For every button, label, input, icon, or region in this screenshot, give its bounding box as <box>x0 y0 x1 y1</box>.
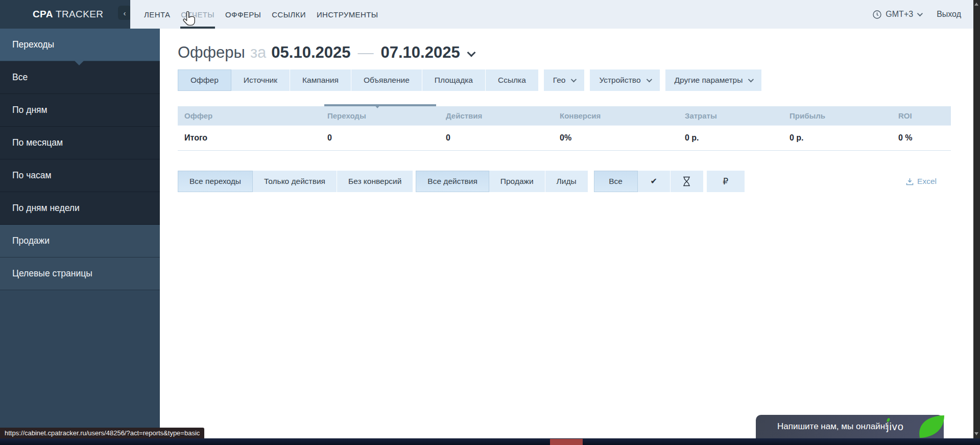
col-header-pribyl[interactable]: Прибыль <box>783 111 892 120</box>
currency-ruble-button[interactable]: ₽ <box>707 171 745 192</box>
chevron-down-icon <box>646 77 652 82</box>
nav-tab-label: ИНСТРУМЕНТЫ <box>317 10 378 19</box>
vertical-scrollbar[interactable] <box>973 0 980 438</box>
sidebar-item-label: Переходы <box>12 39 54 50</box>
dim-tab-ssylka[interactable]: Ссылка <box>486 69 538 91</box>
filter-bez-konversiy[interactable]: Без конверсий <box>337 171 413 192</box>
date-range-chevron-icon[interactable] <box>467 49 475 57</box>
sidebar-item-label: Продажи <box>12 236 50 246</box>
total-costs: 0 р. <box>678 133 783 143</box>
total-profit: 0 р. <box>783 133 892 143</box>
nav-tab-label: ОТЧЕТЫ <box>181 10 214 19</box>
sidebar-item-perehody[interactable]: Переходы <box>0 29 160 61</box>
total-transitions: 0 <box>321 133 439 143</box>
filter-pending-button[interactable] <box>671 171 703 192</box>
actions-filter-group: Все действия Продажи Лиды <box>416 171 587 192</box>
sort-arrow-icon <box>374 104 381 112</box>
date-from[interactable]: 05.10.2025 <box>271 43 350 62</box>
sidebar-item-po-chasam[interactable]: По часам <box>0 159 160 192</box>
sidebar-item-po-dnyam-nedeli[interactable]: По дням недели <box>0 192 160 225</box>
filter-prodazhi[interactable]: Продажи <box>489 171 545 192</box>
col-header-konversiya[interactable]: Конверсия <box>553 111 678 120</box>
top-navigation: ЛЕНТА ОТЧЕТЫ ОФФЕРЫ ССЫЛКИ ИНСТРУМЕНТЫ G… <box>130 0 973 29</box>
other-params-dropdown[interactable]: Другие параметры <box>665 69 762 91</box>
nav-tab-ssylki[interactable]: ССЫЛКИ <box>272 0 306 29</box>
table-row-total: Итого 0 0 0% 0 р. 0 р. 0 % <box>178 125 951 151</box>
filter-status-vse[interactable]: Все <box>594 171 638 192</box>
jivo-brand-text: jivo <box>887 421 904 432</box>
dimension-tabs: Оффер Источник Кампания Объявление Площа… <box>178 69 538 91</box>
nav-tab-instrumenty[interactable]: ИНСТРУМЕНТЫ <box>317 0 378 29</box>
sidebar-collapse-button[interactable]: ‹ <box>118 6 131 20</box>
excel-export-link[interactable]: Excel <box>906 177 937 186</box>
excel-label: Excel <box>917 177 937 186</box>
col-header-roi[interactable]: ROI <box>892 111 951 120</box>
device-dropdown[interactable]: Устройство <box>590 69 659 91</box>
clock-icon <box>873 10 881 19</box>
taskbar-red-segment <box>550 439 583 445</box>
bottom-taskbar-strip <box>0 438 980 445</box>
report-table: Оффер Переходы Действия Конверсия Затрат… <box>178 106 951 151</box>
date-to[interactable]: 07.10.2025 <box>381 43 460 62</box>
app-logo: CPATRACKER <box>33 9 104 20</box>
sidebar-item-po-dnyam[interactable]: По дням <box>0 94 160 127</box>
app-window: Переходы Все По дням По месяцам По часам… <box>0 0 980 445</box>
hourglass-icon <box>682 176 691 186</box>
jivo-logo: jivo <box>887 421 904 433</box>
logo-bold: CPA <box>33 9 53 19</box>
geo-dropdown-label: Гео <box>553 76 566 85</box>
sidebar-item-label: По дням <box>12 105 47 115</box>
sidebar: Переходы Все По дням По месяцам По часам… <box>0 0 160 438</box>
nav-tab-lenta[interactable]: ЛЕНТА <box>144 0 170 29</box>
sidebar-item-prodazhi[interactable]: Продажи <box>0 225 160 257</box>
total-label: Итого <box>178 133 321 143</box>
other-params-dropdown-label: Другие параметры <box>675 76 743 85</box>
filter-vse-perehody[interactable]: Все переходы <box>178 171 253 192</box>
col-header-perehody[interactable]: Переходы <box>321 111 439 120</box>
dim-tab-obyavlenie[interactable]: Объявление <box>351 69 422 91</box>
date-dash: — <box>358 43 374 62</box>
chevron-down-icon <box>917 11 923 16</box>
sidebar-item-label: Все <box>12 72 28 83</box>
nav-items: ЛЕНТА ОТЧЕТЫ ОФФЕРЫ ССЫЛКИ ИНСТРУМЕНТЫ <box>144 0 378 29</box>
dim-tab-istochnik[interactable]: Источник <box>231 69 290 91</box>
nav-tab-otchety[interactable]: ОТЧЕТЫ <box>181 0 214 29</box>
download-icon <box>906 178 914 185</box>
report-title-row: Офферы за 05.10.2025 — 07.10.2025 <box>178 43 973 62</box>
filter-tolko-deystviya[interactable]: Только действия <box>253 171 337 192</box>
sort-indicator <box>324 104 436 106</box>
traffic-filter-group: Все переходы Только действия Без конверс… <box>178 171 413 192</box>
col-header-deystviya[interactable]: Действия <box>439 111 553 120</box>
filter-vse-deystviya[interactable]: Все действия <box>416 171 489 192</box>
chat-widget[interactable]: Напишите нам, мы онлайн! jivo <box>756 415 944 438</box>
sidebar-item-vse[interactable]: Все <box>0 61 160 94</box>
sidebar-item-label: По часам <box>12 170 52 181</box>
dim-tab-kampaniya[interactable]: Кампания <box>290 69 351 91</box>
total-conversion: 0% <box>553 133 678 143</box>
sidebar-item-label: Целевые страницы <box>12 268 92 279</box>
dim-tab-ploschadka[interactable]: Площадка <box>422 69 486 91</box>
scroll-down-arrow-icon[interactable] <box>974 432 978 435</box>
dim-tab-offer[interactable]: Оффер <box>178 69 231 91</box>
chat-message: Напишите нам, мы онлайн! <box>777 421 888 432</box>
logout-link[interactable]: Выход <box>937 10 961 19</box>
timezone-selector[interactable]: GMT+3 <box>873 10 921 19</box>
active-item-notch <box>75 61 84 65</box>
col-header-offer[interactable]: Оффер <box>178 111 321 120</box>
check-icon: ✔ <box>650 171 657 192</box>
geo-dropdown[interactable]: Гео <box>544 69 585 91</box>
total-roi: 0 % <box>892 133 951 143</box>
sidebar-item-po-mesyacam[interactable]: По месяцам <box>0 127 160 159</box>
filter-approved-button[interactable]: ✔ <box>638 171 671 192</box>
scroll-up-arrow-icon[interactable] <box>974 3 978 6</box>
nav-right: GMT+3 Выход <box>873 0 961 29</box>
filter-lidy[interactable]: Лиды <box>545 171 588 192</box>
logo-rest: TRACKER <box>56 9 104 19</box>
link-status-bar: https://cabinet.cpatracker.ru/users/4825… <box>0 428 204 438</box>
sidebar-item-celevye-stranicy[interactable]: Целевые страницы <box>0 257 160 290</box>
chevron-left-icon: ‹ <box>124 9 126 17</box>
col-header-zatraty[interactable]: Затраты <box>678 111 783 120</box>
sidebar-header: CPATRACKER <box>0 0 130 29</box>
total-actions: 0 <box>439 133 553 143</box>
nav-tab-offery[interactable]: ОФФЕРЫ <box>225 0 261 29</box>
